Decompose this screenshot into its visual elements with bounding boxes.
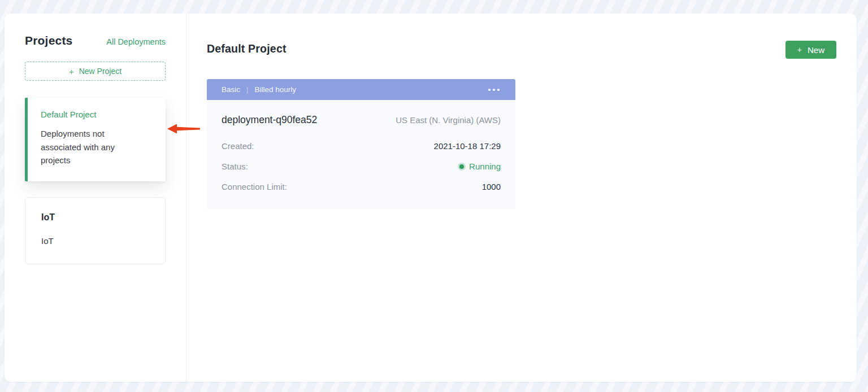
project-description: IoT (41, 234, 149, 248)
sidebar-header: Projects All Deployments (25, 34, 166, 47)
project-card-default[interactable]: Default Project Deployments not associat… (25, 98, 166, 181)
project-description: Deployments not associated with any proj… (41, 127, 125, 167)
plus-icon: + (797, 45, 802, 54)
created-label: Created: (222, 141, 254, 151)
new-project-button-label: New Project (79, 67, 121, 76)
app-panel: Projects All Deployments + New Project D… (5, 14, 857, 382)
billing-label: Billed hourly (254, 85, 296, 94)
status-dot-icon (459, 164, 464, 169)
deployment-name-row: deployment-q90fea52 US East (N. Virginia… (222, 114, 501, 126)
status-label: Status: (222, 162, 248, 171)
plus-icon: + (69, 67, 74, 76)
created-value: 2021-10-18 17:29 (434, 141, 501, 151)
deployment-card[interactable]: Basic | Billed hourly deployment-q90fea5… (207, 79, 515, 209)
sidebar-title: Projects (25, 34, 72, 47)
main-header: Default Project + New (207, 40, 836, 59)
status-row: Status: Running (222, 162, 501, 171)
new-project-button[interactable]: + New Project (25, 62, 166, 81)
new-deployment-button[interactable]: + New (785, 41, 836, 59)
new-deployment-button-label: New (808, 45, 824, 55)
ellipsis-menu-icon[interactable] (487, 85, 501, 94)
page-title: Default Project (207, 42, 287, 55)
deployment-name: deployment-q90fea52 (222, 114, 317, 126)
status-value: Running (459, 162, 501, 171)
deployment-card-header: Basic | Billed hourly (207, 79, 515, 100)
projects-sidebar: Projects All Deployments + New Project D… (5, 14, 186, 382)
deployment-region: US East (N. Virginia) (AWS) (396, 115, 501, 125)
project-name: IoT (41, 212, 149, 223)
connection-limit-value: 1000 (482, 182, 501, 191)
project-name: Default Project (41, 110, 152, 119)
plan-badge: Basic (222, 85, 240, 94)
connection-limit-row: Connection Limit: 1000 (222, 182, 501, 191)
plan-separator: | (246, 85, 248, 94)
all-deployments-link[interactable]: All Deployments (106, 37, 166, 46)
connection-limit-label: Connection Limit: (222, 182, 287, 191)
created-row: Created: 2021-10-18 17:29 (222, 141, 501, 151)
project-card-iot[interactable]: IoT IoT (25, 197, 166, 265)
status-text: Running (469, 162, 501, 171)
main-content: Default Project + New Basic | Billed hou… (186, 14, 857, 382)
deployment-card-body: deployment-q90fea52 US East (N. Virginia… (207, 100, 515, 209)
